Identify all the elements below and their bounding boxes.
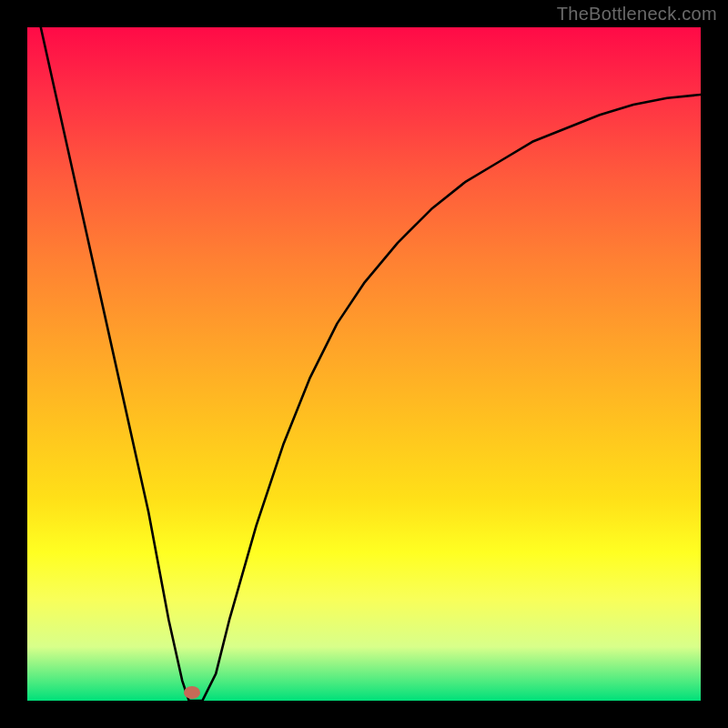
chart-curve-svg <box>27 27 701 701</box>
watermark-text: TheBottleneck.com <box>557 4 717 25</box>
minimum-point-marker <box>184 686 200 699</box>
bottleneck-curve-line <box>41 27 701 701</box>
